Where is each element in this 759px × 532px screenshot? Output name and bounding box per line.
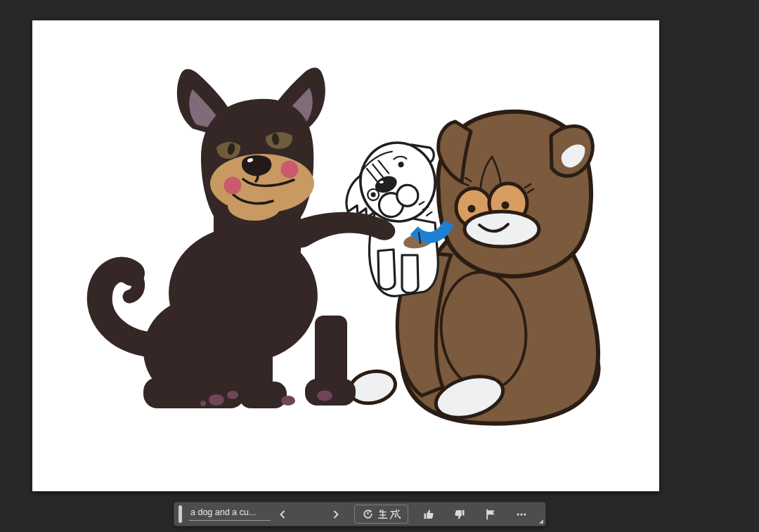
prompt-text: a dog and a cu... xyxy=(190,507,256,517)
generate-label-glyphs xyxy=(377,509,401,520)
right-dog-pupil-left xyxy=(468,205,476,213)
chevron-right-icon xyxy=(332,510,340,519)
puppy-front-leg-left xyxy=(378,249,395,290)
regenerate-icon xyxy=(363,509,373,519)
left-dog-toes-rear-3 xyxy=(200,401,206,406)
app-window: a dog and a cu... 生成 xyxy=(0,0,759,532)
taskbar-drag-handle[interactable] xyxy=(179,505,182,523)
left-dog-blush-left xyxy=(224,177,242,195)
previous-variation-button[interactable] xyxy=(272,505,293,524)
thumbs-down-icon xyxy=(454,509,465,520)
left-dog-blush-right xyxy=(281,161,299,179)
left-dog-toes-front-1 xyxy=(281,396,295,406)
left-dog-toes-rear-1 xyxy=(209,394,224,406)
next-variation-button[interactable] xyxy=(325,505,346,524)
document-canvas[interactable] xyxy=(32,20,659,491)
ellipsis-icon xyxy=(516,509,527,520)
thumbs-up-icon xyxy=(423,509,434,520)
generated-image-three-dogs xyxy=(32,20,659,491)
more-options-button[interactable] xyxy=(511,505,532,524)
thumbs-down-button[interactable] xyxy=(449,505,470,524)
puppy-front-leg-right xyxy=(402,255,418,293)
contextual-task-bar[interactable]: a dog and a cu... 生成 xyxy=(174,502,546,526)
generate-button[interactable]: 生成 xyxy=(354,505,408,524)
right-dog-pupil-right xyxy=(502,202,510,209)
flag-icon xyxy=(486,509,496,520)
left-dog-toes-front-2 xyxy=(317,391,332,401)
left-dog-front-paw-left xyxy=(239,382,287,408)
menu-indicator-triangle xyxy=(539,519,543,524)
report-flag-button[interactable] xyxy=(480,505,501,524)
thumbs-up-button[interactable] xyxy=(418,505,439,524)
left-dog-toes-rear-2 xyxy=(227,391,238,399)
prompt-field[interactable]: a dog and a cu... xyxy=(189,507,271,521)
chevron-left-icon xyxy=(278,510,287,519)
left-dog xyxy=(100,67,396,408)
